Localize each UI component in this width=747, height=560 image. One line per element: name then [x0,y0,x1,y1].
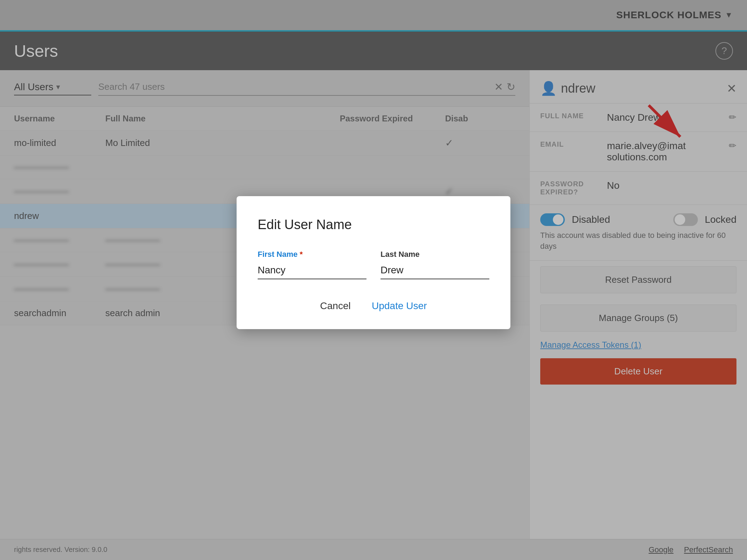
cancel-button[interactable]: Cancel [320,300,351,312]
last-name-field: Last Name [381,250,489,279]
modal-title: Edit User Name [258,217,489,232]
first-name-input[interactable] [258,262,366,279]
first-name-label: First Name * [258,250,366,259]
last-name-input[interactable] [381,262,489,279]
modal-fields: First Name * Last Name [258,250,489,279]
modal-overlay: Edit User Name First Name * Last Name Ca… [0,0,747,560]
modal-actions: Cancel Update User [258,300,489,312]
update-user-button[interactable]: Update User [372,300,427,312]
first-name-field: First Name * [258,250,366,279]
last-name-label: Last Name [381,250,489,259]
edit-user-name-modal: Edit User Name First Name * Last Name Ca… [237,196,510,329]
